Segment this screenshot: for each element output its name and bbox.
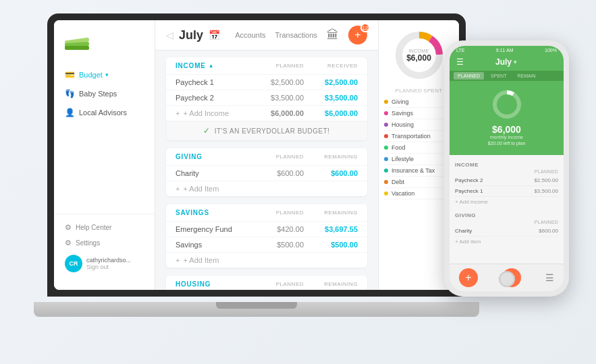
phone-income-label: monthly income (450, 135, 564, 140)
hamburger-icon[interactable]: ☰ (456, 57, 464, 67)
add-giving-row[interactable]: + + Add Item (166, 181, 367, 196)
housing-section: HOUSING PLANNED REMAINING (166, 276, 367, 290)
category-dot (384, 146, 388, 150)
list-item: Housing (384, 119, 454, 131)
phone-donut-chart (490, 88, 524, 121)
add-transaction-button[interactable]: + 12 (348, 26, 367, 44)
phone-income-amount: $6,000 (450, 124, 564, 135)
add-income-button[interactable]: + + Add Income (175, 109, 250, 117)
row-name: Paycheck 1 (175, 78, 250, 86)
savings-col-headers: PLANNED REMAINING (250, 210, 358, 216)
giving-col-headers: PLANNED REMAINING (250, 154, 358, 160)
housing-section-header: HOUSING PLANNED REMAINING (166, 276, 367, 290)
phone-home-button[interactable] (499, 271, 515, 287)
month-title: July (179, 28, 203, 42)
checkmark-icon: ✓ (203, 126, 211, 135)
list-item: Insurance & Tax (384, 165, 454, 177)
category-dot (384, 157, 388, 161)
add-savings-label: + Add Item (183, 256, 219, 264)
list-item: Food (384, 142, 454, 154)
housing-col-headers: PLANNED REMAINING (250, 281, 358, 287)
income-total-received: $6,000.00 (304, 109, 358, 117)
sign-out-link[interactable]: Sign out (86, 264, 131, 270)
remaining-col-header: REMAINING (304, 210, 358, 216)
phone-tab-spent[interactable]: SPENT (487, 72, 510, 80)
phone-col-header: PLANNED (535, 169, 558, 174)
row-name: Savings (175, 241, 250, 249)
phone-add-giving-button[interactable]: + Add Item (455, 237, 558, 247)
income-section-title: INCOME ▲ (175, 62, 215, 69)
phone-tab-remain[interactable]: REMAIN (513, 72, 539, 80)
planned-col-header: PLANNED (250, 281, 304, 287)
income-col-headers: PLANNED RECEIVED (250, 63, 358, 69)
phone-tab-planned[interactable]: PLANNED (454, 72, 484, 80)
savings-section-title: SAVINGS (175, 209, 209, 216)
add-income-row[interactable]: + + Add Income $6,000.00 $6,000.00 (166, 105, 367, 121)
bank-icon[interactable]: 🏛 (327, 28, 339, 42)
transactions-link[interactable]: Transactions (275, 31, 317, 39)
donut-chart: INCOME $6,000 (392, 28, 446, 82)
svg-point-7 (495, 92, 519, 117)
chevron-down-icon: ▾ (105, 71, 109, 78)
svg-rect-2 (65, 46, 89, 50)
plus-icon: + (175, 109, 180, 117)
row-received: $2,500.00 (304, 78, 358, 86)
savings-section: SAVINGS PLANNED REMAINING Emergency Fund… (166, 204, 367, 268)
sidebar-item-budget[interactable]: 💳 Budget ▾ (59, 66, 149, 84)
phone-add-income-button[interactable]: + Add income (455, 197, 558, 207)
user-section[interactable]: CR cathyrichardso... Sign out (59, 251, 149, 276)
row-planned: $600.00 (250, 169, 304, 177)
table-row: Paycheck 1 $3,500.00 (455, 186, 558, 197)
income-section: INCOME ▲ PLANNED RECEIVED Paycheck 1 (166, 57, 367, 140)
settings-icon: ⚙ (65, 239, 72, 247)
phone-tab-bar: PLANNED SPENT REMAIN (450, 71, 564, 81)
sidebar-item-babysteps[interactable]: 👣 Baby Steps (59, 85, 149, 102)
plus-icon: + (175, 185, 180, 193)
sidebar-item-advisors[interactable]: 👤 Local Advisors (59, 104, 149, 121)
housing-section-title: HOUSING (175, 280, 211, 288)
budget-area[interactable]: INCOME ▲ PLANNED RECEIVED Paycheck 1 (155, 51, 378, 290)
phone-add-button[interactable]: + (459, 268, 478, 287)
phone-giving-section: GIVING PLANNED Charity $600.00 + Add Ite… (455, 210, 558, 247)
calendar-icon[interactable]: 📅 (209, 30, 220, 40)
row-remaining: $600.00 (304, 169, 358, 177)
time-label: 9:11 AM (496, 48, 514, 53)
everydollar-banner: ✓ IT'S AN EVERYDOLLAR BUDGET! (166, 121, 367, 140)
phone-chevron-icon: ▾ (514, 59, 517, 65)
category-dot (384, 111, 388, 115)
list-item: Lifestyle (384, 154, 454, 165)
list-item: Giving (384, 96, 454, 108)
category-dot (384, 191, 388, 195)
table-row: Emergency Fund $420.00 $3,697.55 (166, 221, 367, 237)
row-name: Emergency Fund (175, 225, 250, 233)
settings-label: Settings (76, 239, 100, 247)
add-savings-button[interactable]: + + Add Item (175, 256, 358, 264)
category-list: Giving Savings Housing Transportati (384, 96, 454, 200)
add-savings-row[interactable]: + + Add Item (166, 252, 367, 268)
accounts-link[interactable]: Accounts (235, 31, 265, 39)
category-dot (384, 134, 388, 138)
row-name: Paycheck 2 (175, 94, 250, 102)
table-row: Charity $600.00 $600.00 (166, 165, 367, 181)
table-row: Charity $600.00 (455, 226, 558, 237)
settings-item[interactable]: ⚙ Settings (59, 235, 149, 251)
phone-col-header: PLANNED (535, 220, 558, 224)
list-item: Transportation (384, 131, 454, 142)
sidebar-item-label: Baby Steps (79, 90, 117, 98)
row-remaining: $500.00 (304, 241, 358, 249)
phone-list-icon[interactable]: ☰ (545, 272, 554, 283)
category-dot (384, 123, 388, 127)
phone-summary: $6,000 monthly income $20.00 left to pla… (450, 81, 564, 155)
sidebar: 💳 Budget ▾ 👣 Baby Steps 👤 Local Advisors (54, 20, 155, 290)
app-logo (63, 34, 92, 55)
table-row: Savings $500.00 $500.00 (166, 237, 367, 252)
chart-income-amount: $6,000 (406, 53, 431, 63)
row-received: $3,500.00 (304, 94, 358, 102)
phone-budget-list[interactable]: INCOME PLANNED Paycheck 2 $2,500.00 Payc… (450, 155, 564, 264)
phone-status-bar: LTE 9:11 AM 100% (450, 46, 564, 55)
phone-nav-bar: ☰ July ▾ (450, 55, 564, 71)
list-item: Vacation (384, 188, 454, 200)
add-item-button[interactable]: + + Add Item (175, 185, 358, 193)
prev-month-button[interactable]: ◁ (166, 30, 173, 40)
help-center-item[interactable]: ⚙ Help Center (59, 220, 149, 235)
